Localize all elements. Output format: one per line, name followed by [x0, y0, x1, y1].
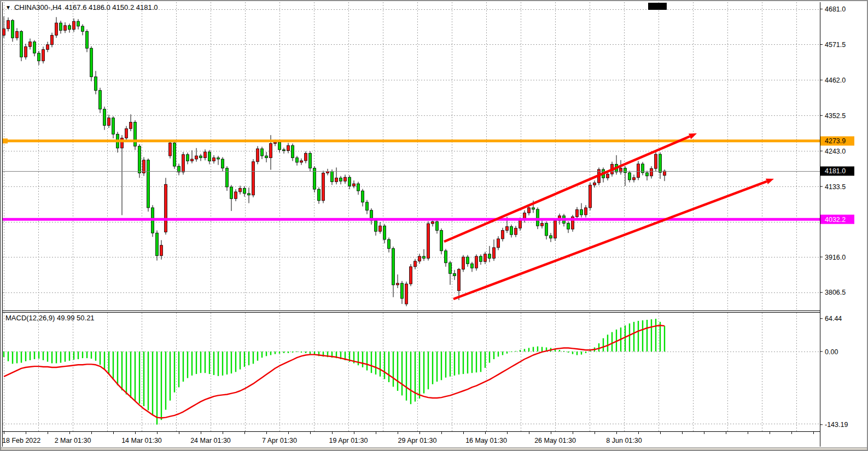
macd-histogram-bar: [78, 352, 79, 359]
macd-histogram-bar: [165, 352, 166, 410]
time-axis-label: 16 May 01:30: [465, 437, 507, 444]
bull-candle: [633, 178, 636, 180]
macd-histogram-bar: [51, 352, 53, 363]
macd-histogram-bar: [388, 352, 389, 382]
macd-histogram-bar: [73, 352, 74, 360]
time-axis-label: 29 Apr 01:30: [398, 437, 437, 444]
macd-histogram-bar: [642, 320, 643, 352]
bull-candle: [414, 261, 417, 267]
time-axis-label: 7 Apr 01:30: [262, 437, 297, 444]
price-axis-label: 3916.0: [825, 254, 846, 261]
bear-candle: [362, 191, 364, 202]
bear-candle: [296, 158, 299, 162]
bull-candle: [585, 208, 587, 215]
macd-histogram-bar: [489, 352, 490, 363]
bull-candle: [73, 21, 75, 30]
bull-candle: [589, 185, 592, 208]
macd-histogram-bar: [130, 352, 131, 398]
bear-candle: [283, 150, 286, 151]
bear-candle: [331, 172, 334, 182]
bull-candle: [637, 164, 640, 178]
macd-histogram-bar: [445, 352, 446, 378]
macd-histogram-bar: [397, 352, 398, 391]
bull-candle: [121, 138, 124, 148]
macd-histogram-bar: [3, 352, 4, 357]
bear-candle: [537, 209, 539, 226]
macd-histogram-bar: [43, 352, 44, 360]
macd-histogram-bar: [253, 352, 254, 364]
price-axis-background[interactable]: [820, 1, 868, 447]
bull-candle: [7, 20, 10, 28]
macd-histogram-bar: [240, 352, 241, 370]
bear-candle: [436, 221, 439, 230]
macd-histogram-bar: [625, 325, 626, 352]
macd-histogram-bar: [629, 324, 630, 352]
macd-histogram-bar: [598, 343, 599, 352]
bull-candle: [515, 228, 517, 235]
chart-corner-button[interactable]: [648, 3, 667, 10]
bull-candle: [300, 161, 303, 162]
macd-histogram-bar: [511, 352, 512, 352]
macd-histogram-bar: [406, 352, 407, 401]
macd-histogram-bar: [590, 350, 591, 352]
macd-histogram-bar: [218, 352, 219, 376]
macd-histogram-bar: [156, 352, 158, 425]
bear-candle: [440, 230, 443, 250]
bear-candle: [510, 226, 513, 235]
macd-histogram-bar: [633, 322, 634, 352]
bull-candle: [427, 224, 430, 258]
macd-histogram-bar: [266, 352, 267, 356]
macd-histogram-bar: [576, 352, 578, 355]
macd-histogram-bar: [371, 352, 372, 373]
macd-histogram-bar: [607, 335, 608, 352]
macd-histogram-bar: [305, 352, 306, 353]
chart-canvas[interactable]: 4681.04571.54462.04352.54243.04133.53916…: [1, 1, 868, 451]
macd-histogram-bar: [585, 352, 586, 353]
macd-histogram-bar: [91, 352, 92, 359]
bull-candle: [29, 42, 32, 46]
bull-candle: [593, 183, 596, 185]
macd-axis-label: -143.19: [825, 421, 848, 429]
price-axis[interactable]: 4681.04571.54462.04352.54243.04133.53916…: [820, 1, 868, 447]
macd-histogram-bar: [222, 352, 223, 376]
bear-candle: [222, 159, 224, 168]
symbol-dropdown-icon[interactable]: ▼: [5, 5, 11, 10]
chart-title: ▼CHINA300-,H44167.6 4186.0 4150.2 4181.0: [5, 3, 158, 11]
price-axis-label: 3806.5: [825, 289, 846, 296]
time-axis-label: 2 Mar 01:30: [55, 437, 91, 444]
macd-histogram-bar: [257, 352, 258, 361]
price-axis-label: 4571.5: [825, 41, 846, 49]
bear-candle: [532, 208, 535, 209]
bull-candle: [257, 149, 259, 162]
bull-candle: [213, 158, 215, 161]
bull-candle: [475, 256, 478, 268]
macd-histogram-bar: [244, 352, 245, 367]
macd-histogram-bar: [611, 332, 613, 352]
macd-histogram-bar: [581, 352, 582, 355]
bear-candle: [467, 257, 469, 263]
bear-candle: [156, 233, 159, 256]
bear-candle: [103, 109, 106, 126]
macd-histogram-bar: [288, 352, 289, 353]
bull-candle: [607, 174, 609, 178]
macd-histogram-bar: [524, 349, 525, 352]
macd-histogram-bar: [139, 352, 140, 403]
macd-histogram-bar: [248, 352, 249, 365]
resistance-line-anchor[interactable]: [3, 138, 8, 143]
bull-candle: [397, 283, 399, 285]
macd-histogram-bar: [498, 352, 499, 356]
bull-candle: [169, 143, 172, 156]
macd-histogram-bar: [441, 352, 442, 380]
time-axis-label: 24 Mar 01:30: [190, 437, 231, 444]
bull-candle: [55, 23, 58, 36]
macd-histogram-bar: [537, 347, 538, 352]
bear-candle: [366, 202, 369, 210]
macd-histogram-bar: [86, 352, 88, 358]
bear-candle: [318, 189, 321, 201]
price-axis-label: 4681.0: [825, 5, 846, 13]
macd-histogram-bar: [362, 352, 363, 367]
price-axis-label: 4462.0: [825, 77, 846, 84]
macd-histogram-bar: [423, 352, 424, 394]
bull-candle: [125, 128, 128, 138]
bear-candle: [68, 26, 71, 30]
